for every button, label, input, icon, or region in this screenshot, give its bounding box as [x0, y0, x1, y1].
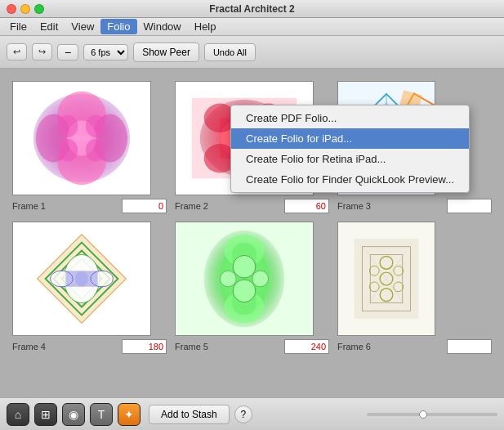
frame-input-5[interactable] — [284, 339, 329, 354]
frame-label-row-3: Frame 3 — [337, 199, 492, 213]
frame-item-5: Frame 5 — [175, 222, 329, 354]
svg-point-7 — [58, 114, 78, 137]
main-toolbar: ↩ ↪ − 6 fps 12 fps 24 fps Show Peer Undo… — [0, 36, 504, 69]
frame-thumb-4[interactable] — [12, 222, 151, 336]
menu-window[interactable]: Window — [137, 19, 188, 34]
frame-label-4: Frame 4 — [12, 342, 117, 352]
frame-input-4[interactable] — [122, 339, 167, 354]
help-button[interactable]: ? — [234, 405, 252, 423]
titlebar: Fractal Architect 2 — [0, 0, 504, 18]
frame-item-4: Frame 4 — [12, 222, 167, 354]
show-peer-button[interactable]: Show Peer — [133, 43, 199, 62]
bottom-toolbar: ⌂ ⊞ ◉ T ✦ Add to Stash ? — [0, 397, 504, 430]
frame-input-1[interactable] — [122, 199, 167, 213]
frame-label-row-2: Frame 2 — [175, 199, 329, 213]
svg-point-41 — [75, 271, 88, 287]
frame-label-row-1: Frame 1 — [12, 199, 167, 213]
fps-select[interactable]: 6 fps 12 fps 24 fps — [83, 44, 128, 60]
svg-point-51 — [252, 271, 269, 287]
minimize-button[interactable] — [20, 4, 30, 14]
frame-label-row-5: Frame 5 — [175, 339, 329, 354]
frame-thumb-5[interactable] — [175, 222, 314, 336]
frame-label-2: Frame 2 — [175, 201, 279, 211]
zoom-slider-track[interactable] — [367, 413, 497, 416]
zoom-slider-thumb[interactable] — [419, 410, 427, 419]
menu-create-ipad[interactable]: Create Folio for iPad... — [231, 128, 469, 149]
frame-label-3: Frame 3 — [337, 201, 442, 211]
minus-button[interactable]: − — [57, 44, 78, 60]
slider-area — [257, 413, 497, 416]
menu-help[interactable]: Help — [188, 19, 223, 34]
menu-folio[interactable]: Folio — [100, 19, 136, 34]
svg-point-10 — [86, 139, 105, 162]
frame-label-row-4: Frame 4 — [12, 339, 167, 354]
eye-icon-button[interactable]: ◉ — [62, 403, 85, 426]
menu-create-retina[interactable]: Create Folio for Retina iPad... — [231, 149, 469, 169]
frame-input-3[interactable] — [447, 199, 492, 213]
menu-file[interactable]: File — [3, 19, 33, 34]
frame-item-6: Frame 6 — [337, 222, 492, 354]
menu-create-finder[interactable]: Create Folio for Finder QuickLook Previe… — [231, 169, 469, 190]
traffic-lights — [7, 4, 44, 14]
frame-label-1: Frame 1 — [12, 201, 117, 211]
frame-thumb-6[interactable] — [337, 222, 435, 336]
svg-point-48 — [233, 255, 256, 278]
window-title: Fractal Architect 2 — [209, 3, 294, 15]
text-icon-button[interactable]: T — [90, 403, 113, 426]
menubar: File Edit View Folio Window Help — [0, 18, 504, 36]
undo-all-button[interactable]: Undo All — [204, 43, 256, 61]
maximize-button[interactable] — [34, 4, 44, 14]
svg-point-50 — [220, 271, 236, 287]
frame-label-5: Frame 5 — [175, 342, 279, 352]
redo-button[interactable]: ↪ — [32, 43, 52, 60]
folio-menu: Create PDF Folio... Create Folio for iPa… — [230, 105, 470, 193]
menu-create-pdf[interactable]: Create PDF Folio... — [231, 108, 469, 128]
folio-dropdown: Create PDF Folio... Create Folio for iPa… — [230, 105, 470, 193]
add-stash-button[interactable]: Add to Stash — [149, 405, 230, 424]
svg-point-9 — [58, 139, 78, 162]
frame-item-1: Frame 1 — [12, 81, 167, 213]
menu-edit[interactable]: Edit — [33, 19, 65, 34]
frame-label-6: Frame 6 — [337, 342, 442, 352]
frame-input-6[interactable] — [447, 339, 492, 354]
svg-point-49 — [233, 280, 256, 302]
main-content: Frame 1 — [0, 69, 504, 397]
home-icon-button[interactable]: ⌂ — [7, 403, 29, 426]
star-icon-button[interactable]: ✦ — [118, 403, 140, 426]
menu-view[interactable]: View — [65, 19, 100, 34]
grid-icon-button[interactable]: ⊞ — [34, 403, 57, 426]
frame-thumb-1[interactable] — [12, 81, 151, 195]
frame-label-row-6: Frame 6 — [337, 339, 492, 354]
close-button[interactable] — [7, 4, 16, 14]
svg-point-8 — [86, 114, 105, 137]
frame-input-2[interactable] — [284, 199, 329, 213]
undo-button[interactable]: ↩ — [7, 43, 27, 60]
